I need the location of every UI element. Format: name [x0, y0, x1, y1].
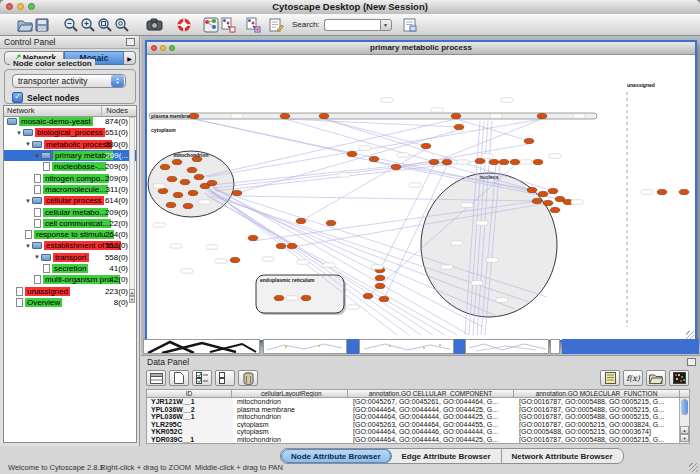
annotation-import-icon[interactable] — [219, 16, 236, 33]
graph-node[interactable] — [657, 189, 667, 194]
tree-row[interactable]: Overview8(0) — [4, 297, 136, 308]
tree-row[interactable]: ▼metabolic process280(0) — [4, 139, 136, 150]
graph-node[interactable] — [527, 187, 537, 192]
graph-node[interactable] — [167, 176, 177, 181]
network-resize-grip[interactable] — [686, 331, 694, 339]
table-cell[interactable]: YDR039C__1 — [147, 436, 233, 444]
tree-row[interactable]: multi-organism pro...42(0) — [4, 274, 136, 285]
tree-row-label[interactable]: nitrogen compo... — [43, 174, 109, 183]
save-icon[interactable] — [33, 16, 50, 33]
table-cell[interactable]: [GO:0016787, GO:0005488, GO:0005215, G..… — [515, 398, 679, 406]
tree-row[interactable]: ▼cellular process614(0) — [4, 195, 136, 206]
tree-row[interactable]: ▼biological_process651(0) — [4, 127, 136, 138]
table-cell[interactable]: [GO:0045267, GO:0045261, GO:0044464, G..… — [349, 398, 515, 406]
plasma-membrane-region[interactable] — [149, 113, 597, 119]
tree-row[interactable]: ▼establishment of lo...558(0) — [4, 240, 136, 251]
graph-node[interactable] — [319, 113, 329, 118]
search-dropdown-button[interactable]: ▼ — [380, 19, 392, 31]
graph-node[interactable] — [679, 189, 689, 194]
table-cell[interactable]: YJR121W__1 — [147, 398, 233, 406]
background-window-1[interactable] — [263, 339, 347, 354]
tree-row[interactable]: nucleobase-...209(0) — [4, 161, 136, 172]
table-cell[interactable]: [GO:0005488, GO:0005215, GO:0003674] — [515, 428, 679, 436]
new-attribute-icon[interactable] — [169, 370, 189, 386]
attribute-browser-tab[interactable]: Edge Attribute Browser — [392, 449, 502, 463]
graph-node[interactable] — [548, 188, 558, 193]
tree-row[interactable]: cellular metabo...209(0) — [4, 206, 136, 217]
annotation-transfer-icon[interactable] — [244, 16, 261, 33]
graph-node[interactable] — [489, 159, 499, 164]
zoom-out-icon[interactable] — [62, 16, 79, 33]
graph-node[interactable] — [550, 207, 560, 212]
table-cell[interactable]: [GO:0044464, GO:0044444, GO:0044425, G..… — [349, 436, 515, 444]
network-canvas[interactable]: plasma membranecytoplasmmitochondrionnuc… — [147, 55, 695, 337]
zoom-in-icon[interactable] — [79, 16, 96, 33]
disclosure-triangle-icon[interactable]: ▼ — [16, 130, 23, 136]
unselect-attributes-icon[interactable] — [215, 370, 235, 386]
table-cell[interactable]: [GO:0016787, GO:0005488, GO:0005215, G..… — [515, 413, 679, 421]
table-scroll-down-icon[interactable]: ▼ — [680, 434, 689, 442]
matrix-icon[interactable] — [669, 370, 689, 386]
table-scrollbar[interactable]: ▲ ▼ — [679, 398, 689, 443]
tab-overflow-button[interactable]: ▶ — [124, 51, 136, 65]
disclosure-triangle-icon[interactable]: ▼ — [25, 198, 32, 204]
float-panel-icon[interactable] — [126, 38, 135, 46]
table-row[interactable]: YPL036W__1mitochondrion[GO:0044464, GO:0… — [147, 413, 689, 421]
vizmapper-icon[interactable] — [202, 16, 219, 33]
graph-node[interactable] — [207, 180, 217, 185]
disclosure-triangle-icon[interactable]: ▼ — [25, 141, 32, 147]
table-row[interactable]: YKR052Ccytoplasm[GO:0044464, GO:0044446,… — [147, 428, 689, 436]
graph-node[interactable] — [375, 275, 385, 280]
zoom-fit-icon[interactable] — [113, 16, 130, 33]
graph-node[interactable] — [538, 191, 548, 196]
table-row[interactable]: YJR121W__1mitochondrion[GO:0045267, GO:0… — [147, 398, 689, 406]
graph-node[interactable] — [363, 293, 373, 298]
graph-node[interactable] — [454, 124, 464, 129]
tree-row-label[interactable]: secretion — [52, 264, 88, 273]
background-window-4[interactable] — [550, 339, 560, 354]
tree-row-label[interactable]: primary metabo — [53, 151, 113, 160]
table-cell[interactable]: [GO:0016787, GO:0005488, GO:0005215, G..… — [515, 406, 679, 414]
graph-node[interactable] — [296, 218, 306, 223]
tree-row-label[interactable]: cell communicat... — [43, 219, 111, 228]
node-color-dropdown[interactable]: transporter activity ▲▼ — [12, 74, 126, 88]
background-window-overview[interactable] — [143, 339, 260, 354]
tree-row[interactable]: mosaic-demo-yeast874(0) — [4, 116, 136, 127]
table-icon[interactable] — [146, 370, 166, 386]
page-edit-icon[interactable] — [267, 16, 284, 33]
tree-row-label[interactable]: cellular process — [44, 196, 104, 205]
table-cell[interactable]: [GO:0044464, GO:0044446, GO:0044444, G..… — [349, 428, 515, 436]
search-options-icon[interactable] — [402, 16, 419, 33]
disclosure-triangle-icon[interactable]: ▼ — [25, 243, 32, 249]
select-nodes-checkbox[interactable]: ✓ — [12, 92, 23, 103]
graph-node[interactable] — [166, 202, 176, 207]
table-cell[interactable]: [GO:0044464, GO:0044444, GO:0044425, G..… — [349, 413, 515, 421]
table-cell[interactable]: mitochondrion — [233, 413, 349, 421]
graph-node[interactable] — [194, 174, 204, 179]
graph-node[interactable] — [379, 296, 389, 301]
table-cell[interactable]: YPL036W__1 — [147, 413, 233, 421]
tree-row-label[interactable]: cellular metabo... — [43, 208, 108, 217]
table-cell[interactable]: mitochondrion — [233, 398, 349, 406]
data-panel-float-icon[interactable] — [687, 358, 696, 366]
graph-node[interactable] — [537, 113, 547, 118]
search-input[interactable] — [324, 19, 380, 31]
table-cell[interactable]: YLR295C — [147, 421, 233, 429]
network-window[interactable]: primary metabolic process plasma membran… — [145, 40, 697, 342]
graph-node[interactable] — [429, 159, 439, 164]
table-column-header[interactable]: _cellularLayoutRegion — [232, 389, 348, 398]
table-cell[interactable]: [GO:0016787, GO:0005215, GO:0003824, G..… — [515, 421, 679, 429]
graph-node[interactable] — [230, 257, 240, 262]
table-column-header[interactable]: ID — [146, 389, 232, 398]
background-window-2[interactable] — [359, 339, 454, 354]
table-cell[interactable]: YKR052C — [147, 428, 233, 436]
delete-attribute-icon[interactable] — [238, 370, 258, 386]
graph-node[interactable] — [533, 159, 543, 164]
select-attributes-icon[interactable] — [192, 370, 212, 386]
attribute-browser-tab[interactable]: Network Attribute Browser — [502, 449, 623, 463]
tree-row-label[interactable]: nucleobase-... — [52, 162, 106, 171]
tree-row[interactable]: macromolecule...311(0) — [4, 184, 136, 195]
table-column-header[interactable]: annotation.GO MOLECULAR_FUNCTION — [514, 389, 680, 398]
graph-node[interactable] — [499, 159, 509, 164]
tree-row[interactable]: cell communicat...22(0) — [4, 218, 136, 229]
